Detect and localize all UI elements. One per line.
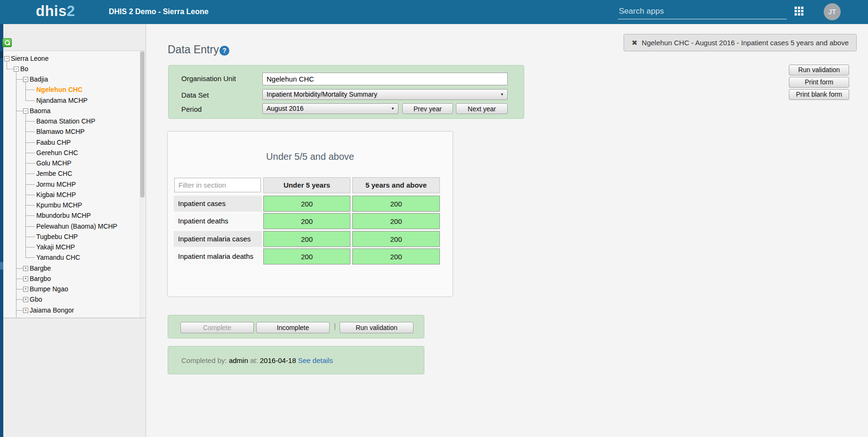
tree-item-label[interactable]: Bo [20,64,28,74]
tree-item-label[interactable]: Golu MCHP [36,158,72,168]
tree-item-blamawo-mchp[interactable]: Blamawo MCHP [3,127,139,137]
sidebar-resize-handle[interactable] [0,262,3,270]
tree-item-label[interactable]: Jembe CHC [36,169,72,179]
run-validation-bottom-button[interactable]: Run validation [340,322,414,333]
tree-connector [25,100,35,101]
tree-item-label[interactable]: Kigbai MCHP [36,190,76,200]
tree-item-ngelehun-chc[interactable]: Ngelehun CHC [3,85,139,95]
tree-item-baoma[interactable]: −Baoma [3,106,139,116]
tree-item-label[interactable]: Blamawo MCHP [36,127,85,137]
user-avatar[interactable]: JT [824,3,841,20]
tree-item-njandama-mchp[interactable]: Njandama MCHP [3,96,139,106]
data-value-input[interactable] [352,248,440,264]
tree-item-label[interactable]: Sierra Leone [11,54,49,64]
tree-item-sierra-leone[interactable]: −Sierra Leone [3,54,139,64]
expand-node-icon[interactable]: + [23,297,28,302]
tree-item-label[interactable]: Jaiama Bongor [30,305,74,315]
data-set-select[interactable]: Inpatient Morbidity/Mortality Summary ▼ [262,89,508,100]
tree-item-clipped[interactable]: + [3,316,139,318]
tree-item-bo[interactable]: −Bo [3,64,139,74]
print-form-button[interactable]: Print form [789,77,849,88]
data-value-input[interactable] [263,231,350,247]
dhis2-logo[interactable]: dhis2 [36,3,75,20]
collapse-node-icon[interactable]: − [23,77,28,82]
tree-connector [25,173,35,174]
collapse-node-icon[interactable]: − [14,66,19,72]
data-value-input[interactable] [263,196,350,212]
tree-item-label[interactable]: Baoma Station CHP [36,116,95,126]
tree-item-label[interactable]: Faabu CHP [36,138,71,148]
tree-item-label[interactable]: Bumpe Ngao [30,284,68,294]
tree-item-gerehun-chc[interactable]: Gerehun CHC [3,148,139,158]
data-value-input[interactable] [263,248,350,264]
tree-item-label[interactable]: Mbundorbu MCHP [36,211,91,221]
data-value-input[interactable] [263,213,350,229]
data-value-input[interactable] [352,213,440,229]
help-icon[interactable]: ? [219,46,229,56]
tree-item-label[interactable]: Bargbo [30,274,51,284]
collapse-node-icon[interactable]: − [4,56,9,61]
tree-item-yamandu-chc[interactable]: Yamandu CHC [3,253,139,263]
period-select[interactable]: August 2016 ▼ [262,103,398,114]
tree-item-label[interactable]: Yamandu CHC [36,253,80,263]
orgunit-search-icon[interactable] [2,38,12,47]
tree-item-bargbo[interactable]: +Bargbo [3,274,139,284]
next-year-button[interactable]: Next year [456,103,508,114]
tree-item-kpumbu-mchp[interactable]: Kpumbu MCHP [3,200,139,210]
tree-connector [25,237,35,237]
incomplete-button[interactable]: Incomplete [256,322,330,333]
tree-item-label[interactable]: Njandama MCHP [36,96,88,106]
data-value-input[interactable] [352,196,440,212]
tree-item-tugbebu-chp[interactable]: Tugbebu CHP [3,232,139,242]
tree-item-label[interactable]: Yakaji MCHP [36,242,75,252]
tree-item-jaiama-bongor[interactable]: +Jaiama Bongor [3,305,139,315]
expand-node-icon[interactable]: + [23,276,28,281]
tree-item-label[interactable]: Baoma [30,106,50,116]
tree-item-label[interactable]: Kpumbu MCHP [36,200,82,210]
tree-item-label[interactable]: Badjia [30,74,48,84]
tree-item-label[interactable]: Gbo [30,295,42,305]
period-value: August 2016 [267,105,304,112]
tree-connector [16,289,23,289]
tree-item-jembe-chc[interactable]: Jembe CHC [3,169,139,179]
see-details-link[interactable]: See details [298,356,333,364]
tree-item-badjia[interactable]: −Badjia [3,74,139,84]
org-unit-input[interactable] [262,73,508,85]
tree-item-kigbai-mchp[interactable]: Kigbai MCHP [3,190,139,200]
tree-item-pelewahun-baoma-mchp[interactable]: Pelewahun (Baoma) MCHP [3,222,139,231]
tree-item-label[interactable]: Tugbebu CHP [36,232,78,242]
instance-title: DHIS 2 Demo - Sierra Leone [109,8,209,16]
tree-item-baoma-station-chp[interactable]: Baoma Station CHP [3,116,139,126]
data-element-label: Inpatient cases [174,196,262,212]
tree-item-jormu-mchp[interactable]: Jormu MCHP [3,180,139,190]
tree-item-mbundorbu-mchp[interactable]: Mbundorbu MCHP [3,211,139,221]
sidebar-collapse-handle[interactable] [0,51,3,58]
tree-scrollbar-thumb[interactable] [140,51,145,198]
tree-item-label[interactable]: Pelewahun (Baoma) MCHP [36,222,117,231]
tree-item-label[interactable]: Gerehun CHC [36,148,78,158]
tree-item-yakaji-mchp[interactable]: Yakaji MCHP [3,242,139,252]
complete-button[interactable]: Complete [180,322,254,333]
tree-item-golu-mchp[interactable]: Golu MCHP [3,158,139,168]
tree-item-bargbe[interactable]: +Bargbe [3,264,139,273]
tree-item-label[interactable]: Ngelehun CHC [36,85,82,95]
prev-year-button[interactable]: Prev year [402,103,453,114]
tree-scrollbar[interactable] [140,51,145,318]
apps-menu-icon[interactable] [795,7,805,17]
tree-item-label[interactable]: Jormu MCHP [36,180,76,190]
search-apps-input[interactable] [618,4,787,19]
tree-item-faabu-chp[interactable]: Faabu CHP [3,138,139,148]
tree-connector [25,184,35,185]
close-icon[interactable]: ✖ [632,39,638,47]
print-blank-form-button[interactable]: Print blank form [789,89,849,100]
section-filter-input[interactable] [174,178,261,192]
tree-item-bumpe-ngao[interactable]: +Bumpe Ngao [3,284,139,294]
data-value-input[interactable] [352,231,440,247]
expand-node-icon[interactable]: + [23,308,28,313]
collapse-node-icon[interactable]: − [23,108,28,114]
tree-item-gbo[interactable]: +Gbo [3,295,139,305]
expand-node-icon[interactable]: + [23,266,28,271]
tree-item-label[interactable]: Bargbe [30,264,51,273]
run-validation-button[interactable]: Run validation [789,65,849,75]
expand-node-icon[interactable]: + [23,287,28,292]
